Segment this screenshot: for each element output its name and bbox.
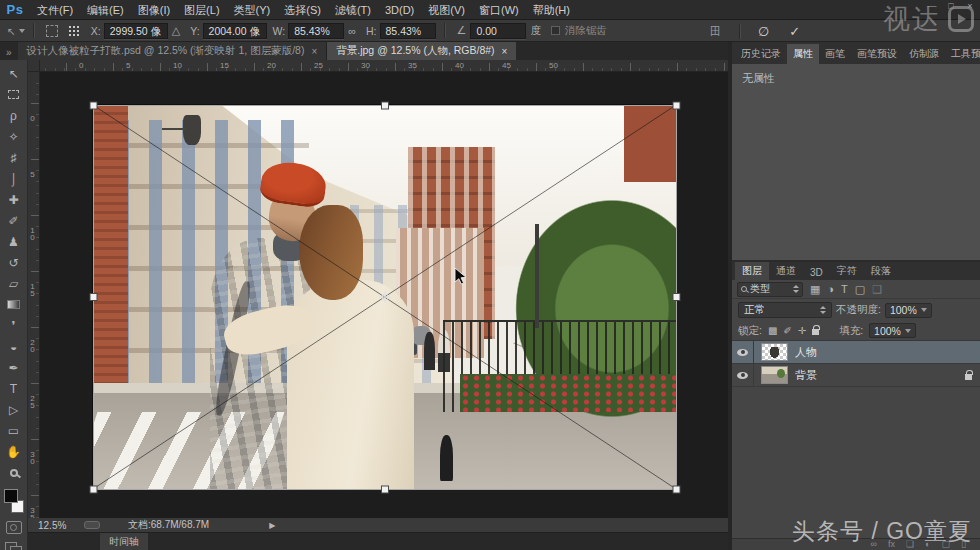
doc-tab-background-jpg[interactable]: 背景.jpg @ 12.5% (人物, RGB/8#) × — [327, 42, 516, 60]
tab-channels[interactable]: 通道 — [769, 262, 803, 280]
layer-thumbnail[interactable] — [761, 366, 788, 384]
vertical-ruler[interactable]: 0 5 10 15 20 25 30 35 — [28, 72, 40, 518]
tool-magic-wand[interactable]: ✧ — [2, 126, 26, 147]
filter-type-layers-icon[interactable]: T — [841, 283, 848, 295]
menu-3d[interactable]: 3D(D) — [378, 0, 421, 20]
close-icon[interactable]: × — [311, 46, 317, 57]
tab-paragraph[interactable]: 段落 — [864, 262, 898, 280]
tool-marquee[interactable] — [2, 84, 26, 105]
horizontal-ruler[interactable]: 0 5 10 15 20 25 30 35 40 45 50 — [40, 60, 728, 72]
tab-overflow-chevron[interactable]: » — [0, 47, 18, 60]
menu-view[interactable]: 视图(V) — [421, 0, 472, 20]
tool-crop[interactable]: ♯ — [2, 147, 26, 168]
layer-row-background[interactable]: 背景 — [732, 364, 980, 387]
tab-brush-presets[interactable]: 画笔预设 — [851, 44, 903, 64]
tool-eyedropper[interactable]: ⌡ — [2, 168, 26, 189]
history-brush-icon: ↺ — [8, 256, 18, 270]
blend-mode-select[interactable]: 正常 — [738, 302, 832, 318]
lock-transparency-icon[interactable]: ▩ — [768, 325, 777, 336]
fill-field[interactable]: 100% — [869, 323, 916, 338]
filter-pixel-layers-icon[interactable]: ▦ — [810, 283, 820, 296]
visibility-toggle[interactable] — [732, 364, 754, 386]
tool-path-selection[interactable]: ▷ — [2, 399, 26, 420]
tool-pen[interactable]: ✒ — [2, 357, 26, 378]
tool-dodge[interactable]: ◒ — [2, 336, 26, 357]
filter-shape-layers-icon[interactable]: ▢ — [855, 283, 865, 296]
tool-shape[interactable]: ▭ — [2, 420, 26, 441]
menu-type[interactable]: 类型(Y) — [227, 0, 278, 20]
tool-history-brush[interactable]: ↺ — [2, 252, 26, 273]
status-popup-arrow[interactable]: ▶ — [269, 521, 275, 530]
layer-name[interactable]: 人物 — [795, 345, 817, 360]
tab-brush[interactable]: 画笔 — [819, 44, 851, 64]
x-position-field[interactable]: 2999.50 像 — [104, 23, 168, 39]
tab-properties[interactable]: 属性 — [787, 44, 819, 64]
height-scale-field[interactable]: 85.43% — [380, 23, 436, 39]
ruler-mark: 20 — [29, 339, 36, 353]
lock-position-icon[interactable]: ✛ — [798, 325, 806, 336]
visibility-toggle[interactable] — [732, 341, 754, 363]
doc-tab-psd[interactable]: 设计人像被粒子打散.psd @ 12.5% (渐变映射 1, 图层蒙版/8) × — [18, 42, 328, 60]
maximize-button[interactable]: □ — [946, 0, 956, 12]
lock-all-icon[interactable] — [812, 329, 819, 335]
menu-filter[interactable]: 滤镜(T) — [328, 0, 378, 20]
tool-clone-stamp[interactable]: ♟ — [2, 231, 26, 252]
photo-document[interactable] — [93, 105, 676, 489]
tool-healing-brush[interactable]: ✚ — [2, 189, 26, 210]
close-icon[interactable]: × — [502, 46, 508, 57]
tool-gradient[interactable] — [2, 294, 26, 315]
tab-tool-presets[interactable]: 工具预设 — [945, 44, 980, 64]
tool-type[interactable]: T — [2, 378, 26, 399]
link-dimensions-icon[interactable]: ∞ — [348, 25, 356, 37]
layer-thumbnail[interactable] — [761, 343, 788, 361]
menu-layer[interactable]: 图层(L) — [177, 0, 226, 20]
menu-select[interactable]: 选择(S) — [277, 0, 328, 20]
commit-transform-button[interactable]: ✓ — [789, 24, 800, 39]
tab-clone-source[interactable]: 仿制源 — [903, 44, 945, 64]
width-scale-field[interactable]: 85.43% — [288, 23, 344, 39]
lasso-icon: ρ — [10, 109, 17, 123]
menu-window[interactable]: 窗口(W) — [472, 0, 526, 20]
canvas-surface[interactable] — [40, 72, 728, 518]
tab-3d[interactable]: 3D — [803, 265, 830, 280]
menu-edit[interactable]: 编辑(E) — [80, 0, 131, 20]
menu-help[interactable]: 帮助(H) — [526, 0, 577, 20]
tool-lasso[interactable]: ρ — [2, 105, 26, 126]
foreground-color-swatch[interactable] — [4, 489, 18, 503]
warp-mode-toggle-icon[interactable]: 田 — [710, 24, 721, 39]
tab-character[interactable]: 字符 — [830, 262, 864, 280]
layer-row-person[interactable]: 人物 — [732, 341, 980, 364]
y-position-field[interactable]: 2004.00 像 — [203, 23, 267, 39]
layer-filter-kind-select[interactable]: 类型 — [737, 282, 803, 297]
color-swatches[interactable] — [3, 489, 25, 513]
filter-adjustment-layers-icon[interactable]: ◑ — [827, 283, 834, 295]
tool-smudge[interactable]: ❜ — [2, 315, 26, 336]
antialias-checkbox[interactable] — [551, 26, 560, 35]
rotation-field[interactable]: 0.00 — [470, 23, 526, 39]
tool-move[interactable]: ↖ — [2, 63, 26, 84]
screen-mode-button[interactable] — [5, 542, 22, 550]
tool-brush[interactable]: ✐ — [2, 210, 26, 231]
tab-history[interactable]: 历史记录 — [735, 44, 787, 64]
chevron-down-icon — [921, 308, 927, 312]
tab-layers[interactable]: 图层 — [735, 262, 769, 280]
opacity-field[interactable]: 100% — [885, 303, 932, 318]
lock-pixels-icon[interactable]: ✐ — [783, 325, 791, 336]
relative-position-icon[interactable]: △ — [172, 24, 180, 37]
tool-zoom[interactable] — [2, 462, 26, 483]
tab-timeline[interactable]: 时间轴 — [100, 533, 148, 550]
minimize-button[interactable]: — — [927, 0, 937, 12]
ruler-origin-corner[interactable] — [28, 60, 40, 72]
cancel-transform-button[interactable]: ∅ — [758, 24, 769, 39]
menu-image[interactable]: 图像(I) — [131, 0, 177, 20]
menu-file[interactable]: 文件(F) — [30, 0, 80, 20]
zoom-level-field[interactable]: 12.5% — [38, 520, 84, 531]
close-button[interactable]: × — [965, 0, 975, 12]
quick-mask-button[interactable] — [6, 521, 22, 534]
tool-preset-picker[interactable]: ↖ — [7, 25, 25, 37]
filter-smart-objects-icon[interactable]: ❑ — [872, 283, 882, 296]
reference-point-locator[interactable] — [68, 25, 79, 36]
tool-eraser[interactable]: ▱ — [2, 273, 26, 294]
tool-hand[interactable]: ✋ — [2, 441, 26, 462]
layer-name[interactable]: 背景 — [795, 368, 817, 383]
